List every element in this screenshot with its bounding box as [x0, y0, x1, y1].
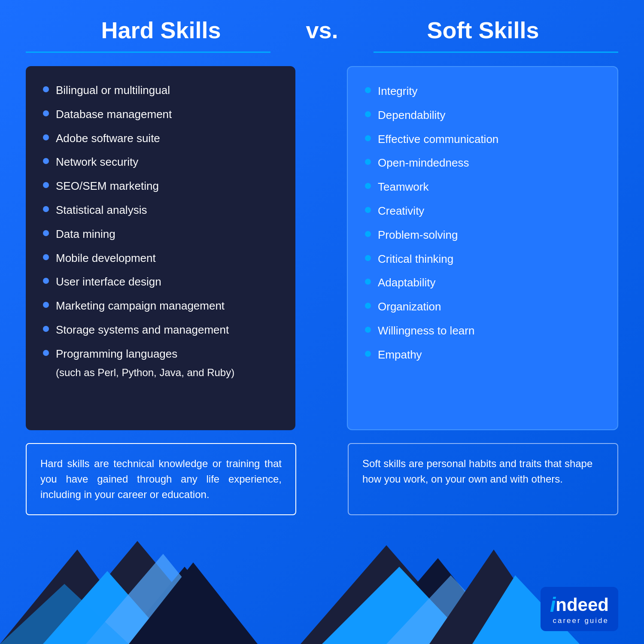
indeed-logo-text: i ndeed	[550, 593, 609, 617]
bullet-icon	[43, 350, 49, 356]
content-row: Bilingual or multilingual Database manag…	[0, 53, 644, 439]
bullet-icon	[365, 87, 371, 93]
list-item: Storage systems and management	[43, 323, 278, 337]
list-item: Dependability	[365, 108, 600, 123]
list-item: Network security	[43, 155, 278, 170]
bullet-icon	[43, 230, 49, 236]
bullet-icon	[43, 182, 49, 188]
list-item: Empathy	[365, 348, 600, 362]
list-item: Problem-solving	[365, 228, 600, 243]
bullet-icon	[365, 231, 371, 237]
list-item: Statistical analysis	[43, 203, 278, 218]
career-guide-label: career guide	[550, 617, 609, 625]
vs-spacer	[308, 66, 334, 430]
soft-divider	[374, 52, 618, 53]
list-item: Adaptability	[365, 276, 600, 290]
soft-skills-panel: Integrity Dependability Effective commun…	[347, 66, 618, 430]
bullet-icon	[365, 351, 371, 357]
hard-skills-header: Hard Skills	[26, 17, 296, 43]
list-item: Open-mindedness	[365, 156, 600, 170]
bullet-icon	[365, 159, 371, 165]
list-item: Integrity	[365, 84, 600, 99]
bullet-icon	[365, 279, 371, 285]
main-container: Hard Skills vs. Soft Skills Bilingual or…	[0, 0, 644, 644]
bullet-icon	[43, 86, 49, 92]
list-item: Effective communication	[365, 132, 600, 147]
indeed-logo: i ndeed career guide	[541, 587, 618, 631]
hard-skills-panel: Bilingual or multilingual Database manag…	[26, 66, 295, 430]
bullet-icon	[43, 134, 49, 140]
list-item: Organization	[365, 300, 600, 314]
list-item: Data mining	[43, 227, 278, 242]
vs-label: vs.	[306, 17, 338, 43]
hard-skills-title: Hard Skills	[101, 17, 221, 43]
soft-skills-title: Soft Skills	[427, 17, 539, 43]
indeed-i-dot: i	[550, 593, 556, 617]
bullet-icon	[365, 207, 371, 213]
list-item: Mobile development	[43, 251, 278, 266]
bullet-icon	[43, 326, 49, 332]
list-item: Adobe software suite	[43, 131, 278, 146]
bullet-icon	[43, 302, 49, 308]
hard-divider	[26, 52, 270, 53]
bullet-icon	[365, 135, 371, 141]
indeed-name: ndeed	[556, 595, 609, 615]
bullet-icon	[43, 158, 49, 164]
indeed-logo-wrapper: i ndeed career guide	[541, 587, 618, 631]
bullet-icon	[365, 183, 371, 189]
header: Hard Skills vs. Soft Skills	[0, 0, 644, 52]
list-item: Willingness to learn	[365, 324, 600, 338]
desc-vs-gap	[309, 443, 335, 515]
bullet-icon	[43, 278, 49, 284]
hard-skills-description: Hard skills are technical knowledge or t…	[26, 443, 296, 515]
soft-skills-header: Soft Skills	[348, 17, 618, 43]
list-item: Teamwork	[365, 180, 600, 194]
bullet-icon	[365, 327, 371, 333]
list-item: SEO/SEM marketing	[43, 179, 278, 194]
vs-header: vs.	[296, 17, 348, 43]
bullet-icon	[43, 206, 49, 212]
description-row: Hard skills are technical knowledge or t…	[0, 439, 644, 524]
bullet-icon	[365, 255, 371, 261]
soft-skills-description: Soft skills are personal habits and trai…	[348, 443, 618, 515]
bullet-icon	[43, 254, 49, 260]
list-item: Database management	[43, 107, 278, 122]
programming-note: (such as Perl, Python, Java, and Ruby)	[56, 367, 278, 379]
list-item: Critical thinking	[365, 252, 600, 267]
list-item: Creativity	[365, 204, 600, 219]
bullet-icon	[43, 110, 49, 116]
list-item: Programming languages	[43, 347, 278, 361]
list-item: Marketing campaign management	[43, 299, 278, 313]
list-item: Bilingual or multilingual	[43, 83, 278, 98]
bullet-icon	[365, 303, 371, 309]
list-item: User interface design	[43, 275, 278, 289]
bullet-icon	[365, 111, 371, 117]
